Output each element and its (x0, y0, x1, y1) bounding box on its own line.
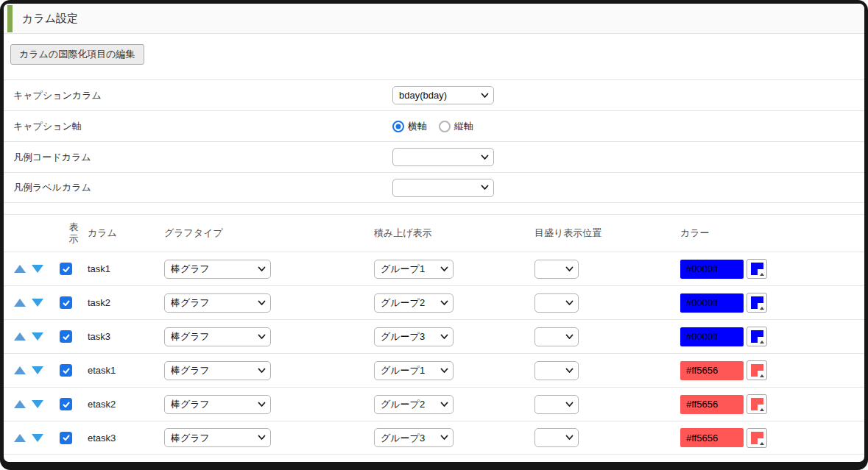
column-name: etask3 (88, 432, 164, 444)
radio-horizontal-axis-icon (392, 121, 404, 132)
color-input[interactable] (680, 327, 744, 346)
scale-position-select[interactable] (534, 361, 579, 380)
move-down-button[interactable] (32, 332, 43, 341)
color-picker-button[interactable] (747, 327, 767, 346)
table-row: etask3 棒グラフ グループ3 (4, 421, 864, 455)
color-input[interactable] (680, 395, 744, 414)
page-title: カラム設定 (22, 12, 78, 26)
table-row: task2 棒グラフ グループ2 (4, 285, 864, 319)
move-down-button[interactable] (32, 366, 43, 374)
visible-checkbox[interactable] (60, 398, 72, 410)
scale-position-select[interactable] (534, 293, 579, 313)
legend-code-column-select[interactable] (392, 148, 494, 166)
scale-position-select[interactable] (534, 428, 579, 447)
column-name: task3 (88, 331, 164, 342)
caption-axis-row: キャプション軸 横軸 縦軸 (4, 110, 864, 141)
caption-column-label: キャプションカラム (13, 89, 392, 102)
table-row: task3 棒グラフ グループ3 (4, 319, 864, 353)
move-up-button[interactable] (14, 265, 26, 273)
graph-type-select[interactable]: 棒グラフ (164, 260, 271, 279)
toolbar: カラムの国際化項目の編集 (4, 34, 864, 65)
color-swatch (751, 398, 763, 410)
picker-arrow-icon (760, 408, 764, 411)
legend-label-column-row: 凡例ラベルカラム (4, 172, 864, 203)
scale-position-select[interactable] (534, 395, 579, 414)
section-accent-bar (7, 5, 13, 32)
header-graph-type: グラフタイプ (164, 227, 374, 240)
stack-group-select[interactable]: グループ1 (374, 361, 454, 380)
column-name: etask1 (88, 365, 164, 376)
stack-group-select[interactable]: グループ3 (374, 428, 454, 447)
scale-position-select[interactable] (534, 327, 579, 346)
stack-group-select[interactable]: グループ2 (374, 395, 454, 414)
visible-checkbox[interactable] (60, 330, 72, 343)
color-input[interactable] (680, 428, 744, 447)
window-frame: カラム設定 カラムの国際化項目の編集 キャプションカラム bday(bday) … (0, 0, 868, 470)
caption-column-select[interactable]: bday(bday) (392, 86, 494, 104)
move-up-button[interactable] (14, 366, 26, 374)
stack-group-select[interactable]: グループ1 (374, 260, 454, 279)
section-header: カラム設定 (4, 4, 864, 34)
visible-checkbox[interactable] (60, 432, 72, 444)
color-picker-button[interactable] (747, 293, 767, 313)
graph-type-select[interactable]: 棒グラフ (164, 327, 271, 346)
caption-axis-label: キャプション軸 (13, 120, 392, 133)
radio-option-horizontal-axis[interactable]: 横軸 (392, 120, 427, 133)
radio-vertical-axis-label: 縦軸 (454, 120, 473, 133)
graph-type-select[interactable]: 棒グラフ (164, 293, 271, 313)
color-picker-button[interactable] (747, 259, 767, 279)
table-row: etask1 棒グラフ グループ1 (4, 353, 864, 387)
stack-group-select[interactable]: グループ3 (374, 327, 454, 346)
color-swatch (751, 330, 763, 343)
color-picker-button[interactable] (747, 394, 767, 414)
legend-code-column-label: 凡例コードカラム (13, 151, 392, 164)
header-color: カラー (680, 227, 864, 240)
i18n-edit-button[interactable]: カラムの国際化項目の編集 (10, 44, 144, 65)
move-down-button[interactable] (32, 400, 43, 408)
legend-code-column-row: 凡例コードカラム (4, 141, 864, 172)
column-name: etask2 (88, 399, 164, 410)
columns-table: 表示 カラム グラフタイプ 積み上げ表示 目盛り表示位置 カラー task1 棒… (4, 214, 864, 455)
stack-group-select[interactable]: グループ2 (374, 293, 454, 313)
move-up-button[interactable] (14, 332, 26, 341)
color-input[interactable] (680, 361, 744, 380)
color-swatch (751, 364, 763, 377)
scale-position-select[interactable] (534, 260, 579, 279)
table-header-row: 表示 カラム グラフタイプ 積み上げ表示 目盛り表示位置 カラー (4, 214, 864, 252)
color-picker-button[interactable] (747, 428, 767, 448)
picker-arrow-icon (760, 341, 764, 343)
graph-type-select[interactable]: 棒グラフ (164, 395, 271, 414)
color-input[interactable] (680, 293, 744, 313)
column-settings-panel: カラム設定 カラムの国際化項目の編集 キャプションカラム bday(bday) … (4, 4, 864, 462)
move-down-button[interactable] (32, 265, 43, 273)
caption-column-row: キャプションカラム bday(bday) (4, 79, 864, 110)
column-name: task1 (88, 263, 164, 274)
header-scale-position: 目盛り表示位置 (534, 227, 680, 240)
move-down-button[interactable] (32, 299, 43, 307)
picker-arrow-icon (760, 374, 764, 377)
graph-type-select[interactable]: 棒グラフ (164, 361, 271, 380)
color-input[interactable] (680, 260, 744, 279)
move-up-button[interactable] (14, 299, 26, 307)
table-row: task1 棒グラフ グループ1 (4, 252, 864, 285)
legend-label-column-label: 凡例ラベルカラム (13, 181, 392, 194)
visible-checkbox[interactable] (60, 263, 72, 275)
header-column: カラム (88, 227, 164, 240)
visible-checkbox[interactable] (60, 364, 72, 377)
move-up-button[interactable] (14, 400, 26, 408)
color-picker-button[interactable] (747, 360, 767, 380)
radio-option-vertical-axis[interactable]: 縦軸 (439, 120, 473, 133)
color-swatch (751, 432, 763, 444)
caption-axis-radio-group: 横軸 縦軸 (392, 120, 485, 133)
picker-arrow-icon (760, 307, 764, 310)
visible-checkbox[interactable] (60, 296, 72, 309)
move-up-button[interactable] (14, 434, 26, 442)
picker-arrow-icon (760, 442, 764, 445)
column-name: task2 (88, 297, 164, 308)
radio-vertical-axis-icon (439, 121, 451, 132)
move-down-button[interactable] (32, 434, 43, 442)
legend-label-column-select[interactable] (392, 179, 494, 197)
radio-horizontal-axis-label: 横軸 (408, 120, 427, 133)
settings-form: キャプションカラム bday(bday) キャプション軸 横軸 縦軸 (4, 79, 864, 203)
graph-type-select[interactable]: 棒グラフ (164, 428, 271, 447)
